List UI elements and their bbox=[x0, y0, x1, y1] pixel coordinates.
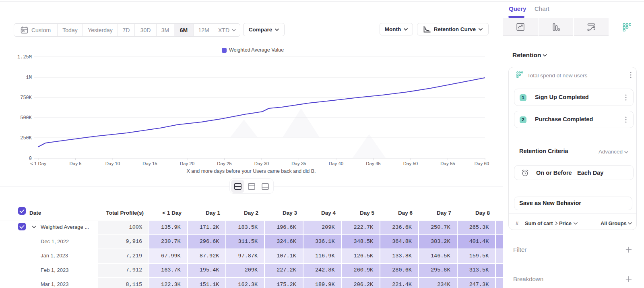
svg-text:500K: 500K bbox=[20, 115, 32, 121]
svg-text:Day 5: Day 5 bbox=[69, 161, 81, 166]
svg-text:Day 30: Day 30 bbox=[254, 161, 269, 166]
svg-text:Day 20: Day 20 bbox=[180, 161, 194, 166]
svg-text:Day 50: Day 50 bbox=[403, 161, 418, 166]
svg-text:Day 10: Day 10 bbox=[105, 161, 120, 166]
svg-text:Day 25: Day 25 bbox=[217, 161, 231, 166]
svg-text:Day 15: Day 15 bbox=[142, 161, 157, 166]
svg-text:1.25M: 1.25M bbox=[17, 54, 32, 60]
svg-text:Day 60: Day 60 bbox=[475, 161, 489, 166]
svg-text:1M: 1M bbox=[26, 75, 32, 81]
svg-text:Day 40: Day 40 bbox=[329, 161, 343, 166]
svg-text:250K: 250K bbox=[20, 135, 32, 141]
svg-text:Day 35: Day 35 bbox=[291, 161, 306, 166]
svg-text:Day 45: Day 45 bbox=[366, 161, 380, 166]
svg-text:0: 0 bbox=[29, 156, 32, 162]
svg-text:Day 55: Day 55 bbox=[440, 161, 455, 166]
svg-text:750K: 750K bbox=[20, 95, 32, 101]
svg-text:< 1 Day: < 1 Day bbox=[30, 161, 46, 166]
